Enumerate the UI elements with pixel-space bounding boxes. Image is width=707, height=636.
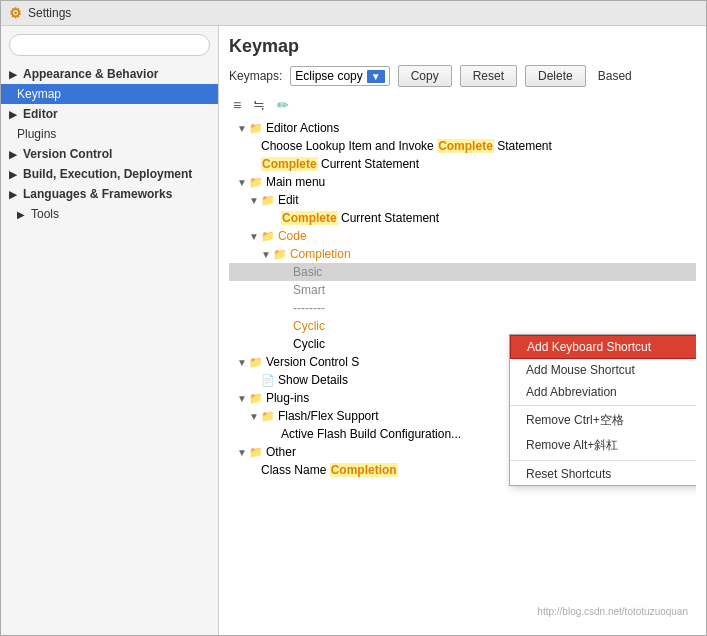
tree-item-label: Editor Actions — [266, 121, 339, 135]
folder-icon: 📁 — [261, 230, 275, 243]
watermark: http://blog.csdn.net/tototuzuoquan — [537, 606, 688, 617]
collapse-icon[interactable]: ▼ — [249, 411, 259, 422]
tree-item-label: Smart — [293, 283, 325, 297]
reset-button[interactable]: Reset — [460, 65, 517, 87]
tree-item-completion[interactable]: ▼ 📁 Completion — [229, 245, 696, 263]
sidebar-item-tools[interactable]: ▶ Tools — [1, 204, 218, 224]
sidebar: ▶ Appearance & Behavior Keymap ▶ Editor … — [1, 26, 219, 635]
sidebar-item-label: Appearance & Behavior — [23, 67, 158, 81]
collapse-icon[interactable]: ▼ — [249, 195, 259, 206]
keymap-bar: Keymaps: Eclipse copy ▼ Copy Reset Delet… — [229, 65, 696, 87]
context-menu-add-mouse[interactable]: Add Mouse Shortcut — [510, 359, 696, 381]
copy-button[interactable]: Copy — [398, 65, 452, 87]
settings-window: ⚙ Settings ▶ Appearance & Behavior Keyma… — [0, 0, 707, 636]
keymap-label: Keymaps: — [229, 69, 282, 83]
collapse-icon[interactable]: ▼ — [237, 393, 247, 404]
file-icon: 📄 — [261, 374, 275, 387]
context-menu-remove-ctrl[interactable]: Remove Ctrl+空格 — [510, 408, 696, 433]
arrow-icon: ▶ — [17, 209, 25, 220]
sidebar-item-label: Keymap — [17, 87, 61, 101]
tree-item-basic[interactable]: Basic — [229, 263, 696, 281]
collapse-icon[interactable]: ▼ — [237, 357, 247, 368]
sidebar-item-keymap[interactable]: Keymap — [1, 84, 218, 104]
tree-item-label: Complete Current Statement — [281, 211, 439, 225]
sidebar-item-label: Tools — [31, 207, 59, 221]
tree-item-label: Edit — [278, 193, 299, 207]
tree-item-main-menu[interactable]: ▼ 📁 Main menu — [229, 173, 696, 191]
tree-item-label: Plug-ins — [266, 391, 309, 405]
sidebar-item-plugins[interactable]: Plugins — [1, 124, 218, 144]
tree-item-label: Completion — [290, 247, 351, 261]
arrow-icon: ▶ — [9, 189, 17, 200]
tree-item-dashed: -------- — [229, 299, 696, 317]
tree-item-label: Flash/Flex Support — [278, 409, 379, 423]
collapse-icon[interactable]: ▼ — [261, 249, 271, 260]
tree-item-editor-actions[interactable]: ▼ 📁 Editor Actions — [229, 119, 696, 137]
app-logo: ⚙ — [9, 5, 22, 21]
keymap-dropdown[interactable]: Eclipse copy ▼ — [290, 66, 389, 86]
tree-item-complete-current-2[interactable]: Complete Current Statement — [229, 209, 696, 227]
window-title: Settings — [28, 6, 71, 20]
tree-item-label: Show Details — [278, 373, 348, 387]
expand-all-button[interactable]: ≡ — [229, 95, 245, 115]
folder-icon: 📁 — [261, 194, 275, 207]
search-box[interactable] — [9, 34, 210, 56]
sidebar-item-label: Version Control — [23, 147, 112, 161]
folder-icon: 📁 — [273, 248, 287, 261]
edit-button[interactable]: ✏ — [273, 95, 293, 115]
main-content: ▶ Appearance & Behavior Keymap ▶ Editor … — [1, 26, 706, 635]
keymap-value: Eclipse copy — [295, 69, 362, 83]
sidebar-item-languages[interactable]: ▶ Languages & Frameworks — [1, 184, 218, 204]
tree-item-label: Version Control S — [266, 355, 359, 369]
folder-icon: 📁 — [249, 446, 263, 459]
search-input[interactable] — [18, 38, 201, 52]
folder-icon: 📁 — [249, 122, 263, 135]
context-menu-separator-1 — [510, 405, 696, 406]
main-panel: Keymap Keymaps: Eclipse copy ▼ Copy Rese… — [219, 26, 706, 635]
sidebar-item-label: Plugins — [17, 127, 56, 141]
tree-item-label: Active Flash Build Configuration... — [281, 427, 461, 441]
context-menu: Add Keyboard Shortcut Add Mouse Shortcut… — [509, 334, 696, 486]
tree-item-label: Class Name Completion — [261, 463, 398, 477]
folder-icon: 📁 — [249, 356, 263, 369]
arrow-icon: ▶ — [9, 109, 17, 120]
sidebar-item-version-control[interactable]: ▶ Version Control — [1, 144, 218, 164]
collapse-icon[interactable]: ▼ — [237, 447, 247, 458]
dropdown-arrow-icon[interactable]: ▼ — [367, 70, 385, 83]
collapse-icon[interactable]: ▼ — [249, 231, 259, 242]
sidebar-item-appearance[interactable]: ▶ Appearance & Behavior — [1, 64, 218, 84]
sidebar-item-editor[interactable]: ▶ Editor — [1, 104, 218, 124]
tree-item-label: Complete Current Statement — [261, 157, 419, 171]
keymap-tree: ▼ 📁 Editor Actions Choose Lookup Item an… — [229, 119, 696, 625]
page-title: Keymap — [229, 36, 696, 57]
tree-item-label: Cyclic — [293, 319, 325, 333]
context-menu-add-abbreviation[interactable]: Add Abbreviation — [510, 381, 696, 403]
tree-item-edit[interactable]: ▼ 📁 Edit — [229, 191, 696, 209]
sidebar-item-build[interactable]: ▶ Build, Execution, Deployment — [1, 164, 218, 184]
tree-item-smart[interactable]: Smart — [229, 281, 696, 299]
tree-item-cyclic-1[interactable]: Cyclic — [229, 317, 696, 335]
sidebar-item-label: Build, Execution, Deployment — [23, 167, 192, 181]
folder-icon: 📁 — [249, 392, 263, 405]
folder-icon: 📁 — [261, 410, 275, 423]
delete-button[interactable]: Delete — [525, 65, 586, 87]
arrow-icon: ▶ — [9, 69, 17, 80]
folder-icon: 📁 — [249, 176, 263, 189]
tree-toolbar: ≡ ≒ ✏ — [229, 95, 696, 115]
tree-item-label: Other — [266, 445, 296, 459]
sidebar-item-label: Editor — [23, 107, 58, 121]
tree-item-label: -------- — [293, 301, 325, 315]
arrow-icon: ▶ — [9, 169, 17, 180]
tree-item-label: Basic — [293, 265, 322, 279]
tree-item-complete-current-1[interactable]: Complete Current Statement — [229, 155, 696, 173]
sidebar-item-label: Languages & Frameworks — [23, 187, 172, 201]
tree-item-code[interactable]: ▼ 📁 Code — [229, 227, 696, 245]
context-menu-add-keyboard[interactable]: Add Keyboard Shortcut — [510, 335, 696, 359]
context-menu-remove-alt[interactable]: Remove Alt+斜杠 — [510, 433, 696, 458]
collapse-icon[interactable]: ▼ — [237, 123, 247, 134]
tree-item-label: Cyclic — [293, 337, 325, 351]
tree-item-choose-lookup[interactable]: Choose Lookup Item and Invoke Complete S… — [229, 137, 696, 155]
context-menu-reset-shortcuts[interactable]: Reset Shortcuts — [510, 463, 696, 485]
collapse-all-button[interactable]: ≒ — [249, 95, 269, 115]
collapse-icon[interactable]: ▼ — [237, 177, 247, 188]
